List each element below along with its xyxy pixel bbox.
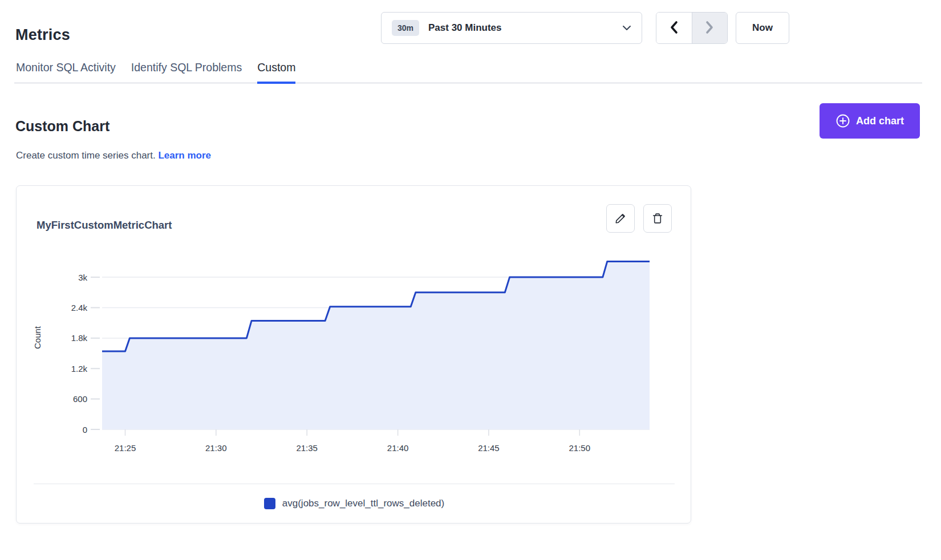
svg-text:21:40: 21:40 xyxy=(387,443,409,453)
plus-circle-icon xyxy=(835,113,850,128)
time-range-badge: 30m xyxy=(392,20,419,36)
svg-text:21:50: 21:50 xyxy=(569,443,591,453)
chevron-left-icon xyxy=(669,21,679,36)
custom-metric-chart-card: MyFirstCustomMetricChart 06001.2k1.8k2.4… xyxy=(16,185,691,524)
svg-text:Count: Count xyxy=(33,326,42,349)
svg-text:21:30: 21:30 xyxy=(205,443,227,453)
chart-legend: avg(jobs_row_level_ttl_rows_deleted) xyxy=(17,498,692,509)
legend-divider xyxy=(34,484,675,484)
timeseries-chart: 06001.2k1.8k2.4k3k21:2521:3021:3521:4021… xyxy=(17,186,692,471)
svg-text:2.4k: 2.4k xyxy=(71,303,88,313)
legend-series-label: avg(jobs_row_level_ttl_rows_deleted) xyxy=(282,498,444,509)
legend-swatch xyxy=(264,498,275,509)
svg-text:600: 600 xyxy=(73,394,87,404)
tab-custom[interactable]: Custom xyxy=(257,61,295,84)
chevron-down-icon xyxy=(622,25,631,31)
time-range-picker[interactable]: 30m Past 30 Minutes xyxy=(381,12,642,44)
add-chart-button[interactable]: Add chart xyxy=(820,103,920,139)
tab-identify-sql-problems[interactable]: Identify SQL Problems xyxy=(131,61,242,84)
page-title: Metrics xyxy=(15,26,70,44)
previous-window-button[interactable] xyxy=(656,13,692,43)
svg-text:21:35: 21:35 xyxy=(296,443,318,453)
svg-text:0: 0 xyxy=(83,425,87,435)
svg-text:21:25: 21:25 xyxy=(115,443,136,453)
chevron-right-icon xyxy=(704,21,715,36)
tab-bar: Monitor SQL Activity Identify SQL Proble… xyxy=(14,57,922,83)
add-chart-label: Add chart xyxy=(856,115,904,127)
time-window-arrows xyxy=(656,12,728,44)
time-range-label: Past 30 Minutes xyxy=(428,22,622,34)
learn-more-link[interactable]: Learn more xyxy=(158,150,211,161)
svg-text:3k: 3k xyxy=(78,273,87,282)
description-text: Create custom time series chart. xyxy=(16,150,156,161)
now-button[interactable]: Now xyxy=(736,12,789,44)
svg-text:1.8k: 1.8k xyxy=(71,333,88,343)
next-window-button[interactable] xyxy=(692,13,728,43)
section-title: Custom Chart xyxy=(15,118,109,135)
svg-text:1.2k: 1.2k xyxy=(71,364,88,374)
section-description: Create custom time series chart. Learn m… xyxy=(16,150,211,161)
svg-text:21:45: 21:45 xyxy=(478,443,500,453)
tab-monitor-sql-activity[interactable]: Monitor SQL Activity xyxy=(16,61,116,84)
